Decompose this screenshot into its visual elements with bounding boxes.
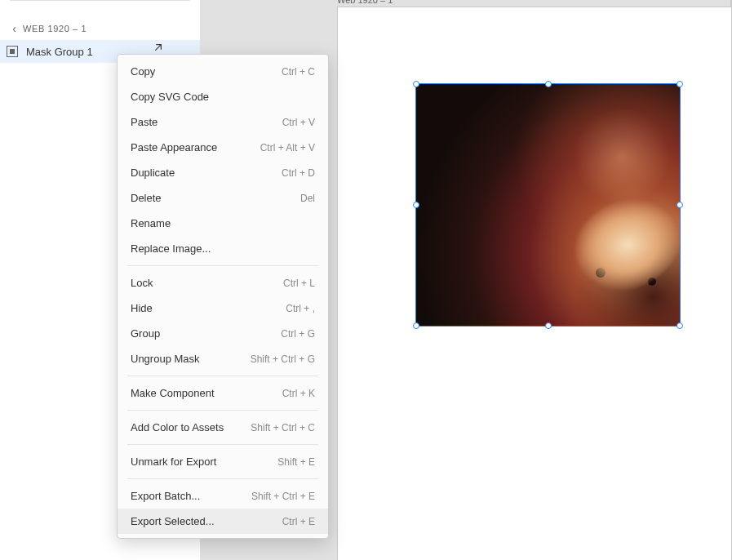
menu-item-export-batch[interactable]: Export Batch...Shift + Ctrl + E: [118, 483, 328, 509]
breadcrumb[interactable]: ‹ WEB 1920 – 1: [0, 17, 200, 40]
menu-item-label: Duplicate: [131, 167, 175, 179]
menu-item-label: Export Batch...: [131, 490, 200, 502]
menu-item-duplicate[interactable]: DuplicateCtrl + D: [118, 160, 328, 185]
panel-divider: [10, 0, 190, 1]
resize-handle-bm[interactable]: [545, 322, 552, 329]
image-content: [416, 84, 680, 326]
resize-handle-bl[interactable]: [413, 322, 419, 329]
menu-item-label: Lock: [131, 277, 153, 289]
chevron-left-icon[interactable]: ‹: [7, 22, 23, 35]
menu-item-shortcut: Shift + E: [277, 456, 315, 468]
menu-item-add-color-to-assets[interactable]: Add Color to AssetsShift + Ctrl + C: [118, 415, 328, 440]
menu-item-export-selected[interactable]: Export Selected...Ctrl + E: [118, 509, 328, 534]
artboard-label[interactable]: Web 1920 – 1: [337, 0, 393, 5]
menu-item-unmark-for-export[interactable]: Unmark for ExportShift + E: [118, 449, 328, 474]
menu-item-label: Rename: [131, 217, 171, 229]
menu-item-shortcut: Ctrl + C: [282, 66, 315, 78]
menu-item-replace-image[interactable]: Replace Image...: [118, 236, 328, 261]
selection-box[interactable]: [415, 83, 681, 327]
artboard[interactable]: [337, 7, 732, 560]
menu-item-label: Delete: [131, 192, 162, 204]
resize-handle-tl[interactable]: [413, 81, 419, 87]
menu-item-paste-appearance[interactable]: Paste AppearanceCtrl + Alt + V: [118, 135, 328, 160]
menu-item-label: Ungroup Mask: [131, 353, 200, 365]
menu-item-label: Export Selected...: [131, 515, 215, 527]
resize-handle-mr[interactable]: [677, 202, 683, 208]
menu-item-ungroup-mask[interactable]: Ungroup MaskShift + Ctrl + G: [118, 346, 328, 371]
menu-item-label: Replace Image...: [131, 242, 211, 255]
menu-item-label: Group: [131, 327, 160, 340]
menu-item-shortcut: Ctrl + K: [282, 388, 315, 399]
menu-item-shortcut: Shift + Ctrl + C: [251, 422, 315, 433]
menu-item-shortcut: Ctrl + V: [282, 117, 315, 128]
image-detail: [648, 278, 656, 286]
resize-handle-tr[interactable]: [677, 81, 683, 87]
menu-item-delete[interactable]: DeleteDel: [118, 185, 328, 211]
menu-item-label: Paste Appearance: [131, 141, 217, 153]
menu-separator: [127, 410, 318, 411]
menu-item-shortcut: Ctrl + G: [281, 328, 315, 340]
menu-item-shortcut: Shift + Ctrl + G: [251, 353, 315, 365]
menu-item-copy-svg-code[interactable]: Copy SVG Code: [118, 84, 328, 109]
resize-handle-br[interactable]: [677, 322, 683, 329]
external-link-icon: [152, 42, 163, 54]
breadcrumb-label: WEB 1920 – 1: [23, 24, 87, 33]
menu-item-label: Paste: [131, 116, 157, 128]
menu-item-label: Make Component: [131, 387, 215, 399]
menu-item-shortcut: Ctrl + E: [282, 516, 315, 527]
context-menu: CopyCtrl + CCopy SVG CodePasteCtrl + VPa…: [117, 54, 329, 539]
menu-separator: [127, 265, 318, 266]
menu-item-lock[interactable]: LockCtrl + L: [118, 270, 328, 296]
menu-item-shortcut: Ctrl + ,: [286, 303, 315, 314]
menu-item-label: Unmark for Export: [131, 456, 216, 468]
menu-item-paste[interactable]: PasteCtrl + V: [118, 109, 328, 135]
menu-item-label: Hide: [131, 302, 153, 314]
menu-item-label: Copy: [131, 65, 155, 78]
menu-item-shortcut: Del: [300, 193, 315, 204]
resize-handle-tm[interactable]: [545, 81, 552, 87]
menu-item-shortcut: Ctrl + L: [283, 278, 315, 289]
menu-item-shortcut: Shift + Ctrl + E: [251, 491, 315, 502]
resize-handle-ml[interactable]: [413, 202, 419, 208]
menu-separator: [127, 376, 318, 376]
image-detail: [632, 234, 639, 241]
menu-item-label: Add Color to Assets: [131, 421, 224, 433]
image-detail: [596, 268, 606, 278]
menu-item-group[interactable]: GroupCtrl + G: [118, 321, 328, 346]
menu-item-label: Copy SVG Code: [131, 91, 209, 103]
menu-item-shortcut: Ctrl + D: [282, 167, 315, 179]
mask-group-icon: [7, 46, 18, 57]
menu-item-make-component[interactable]: Make ComponentCtrl + K: [118, 380, 328, 406]
menu-separator: [127, 444, 318, 445]
menu-item-copy[interactable]: CopyCtrl + C: [118, 59, 328, 84]
menu-item-hide[interactable]: HideCtrl + ,: [118, 296, 328, 321]
menu-item-shortcut: Ctrl + Alt + V: [260, 142, 315, 153]
layer-name: Mask Group 1: [26, 46, 93, 58]
menu-separator: [127, 478, 318, 479]
menu-item-rename[interactable]: Rename: [118, 211, 328, 236]
